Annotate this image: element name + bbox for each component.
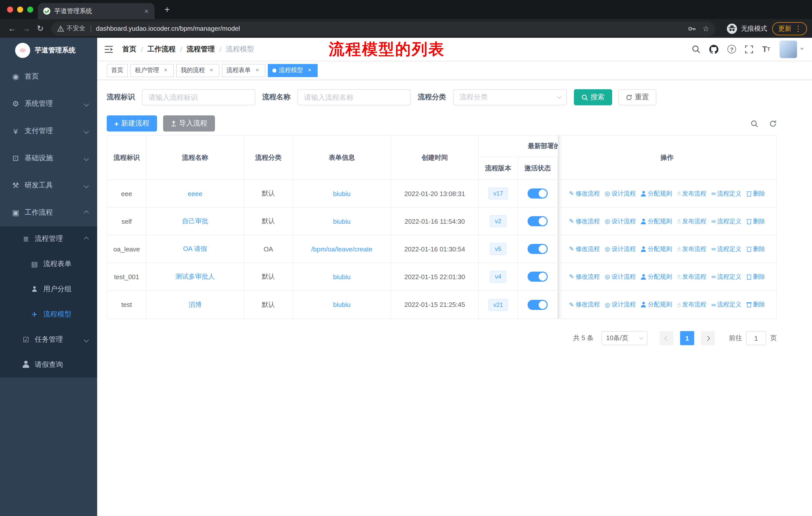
edit-process-link[interactable]: ✎修改流程 [569,245,600,253]
help-icon[interactable]: ? [727,45,736,53]
bookmark-star-icon[interactable]: ☆ [702,24,709,33]
close-icon[interactable]: × [306,67,313,74]
publish-process-link[interactable]: ☝发布流程 [677,189,706,198]
forward-icon[interactable]: → [19,21,33,35]
sidebar-item-user-group[interactable]: 用户分组 [0,277,97,302]
assign-rule-link[interactable]: 分配规则 [641,189,672,198]
address-bar[interactable]: 不安全 dashboard.yudao.iocoder.cn/bpm/manag… [51,21,715,35]
menu-dots-icon[interactable]: ⋮ [792,24,804,33]
search-icon[interactable] [692,45,700,53]
process-name-input[interactable] [297,89,411,105]
process-name-link[interactable]: 测试多审批人 [175,272,215,281]
breadcrumb-workflow[interactable]: 工作流程 [147,45,176,54]
design-process-link[interactable]: ◎设计流程 [605,272,636,281]
form-link[interactable]: biubiu [333,301,350,308]
form-link[interactable]: biubiu [333,273,350,280]
edit-process-link[interactable]: ✎修改流程 [569,300,600,309]
process-definition-link[interactable]: ∞流程定义 [711,217,741,225]
process-name-link[interactable]: 自己审批 [182,217,208,226]
next-page-button[interactable] [701,331,715,345]
delete-link[interactable]: 删除 [746,300,765,309]
active-toggle[interactable] [528,272,548,282]
process-name-link[interactable]: 滔博 [188,300,202,309]
create-process-button[interactable]: + 新建流程 [107,115,157,132]
edit-process-link[interactable]: ✎修改流程 [569,217,600,225]
sidebar-item-task-mgmt[interactable]: ☑ 任务管理 [0,327,97,352]
publish-process-link[interactable]: ☝发布流程 [677,300,706,309]
refresh-icon[interactable] [769,120,777,127]
assign-rule-link[interactable]: 分配规则 [641,217,672,225]
process-name-link[interactable]: eeee [188,190,202,197]
tag-tenant-mgmt[interactable]: 租户管理 × [130,64,174,77]
goto-page-input[interactable] [746,331,766,345]
process-definition-link[interactable]: ∞流程定义 [711,189,741,198]
assign-rule-link[interactable]: 分配规则 [641,300,672,309]
sidebar-item-process-form[interactable]: ▤ 流程表单 [0,251,97,277]
back-icon[interactable]: ← [5,21,19,35]
design-process-link[interactable]: ◎设计流程 [605,189,636,198]
publish-process-link[interactable]: ☝发布流程 [677,272,706,281]
process-name-link[interactable]: OA 请假 [183,244,207,253]
reload-icon[interactable]: ↻ [33,21,47,35]
window-zoom-button[interactable] [27,6,33,12]
font-size-icon[interactable]: TT [762,45,770,53]
window-close-button[interactable] [7,6,13,12]
sidebar-item-home[interactable]: ◉ 首页 [0,63,97,90]
delete-link[interactable]: 删除 [746,272,765,281]
browser-update-button[interactable]: 更新 ⋮ [772,22,807,35]
close-icon[interactable]: × [254,67,261,74]
delete-link[interactable]: 删除 [746,189,765,198]
active-toggle[interactable] [528,216,548,226]
sidebar-item-process-model[interactable]: ✈ 流程模型 [0,302,97,327]
process-definition-link[interactable]: ∞流程定义 [711,245,741,253]
delete-link[interactable]: 删除 [746,217,765,225]
design-process-link[interactable]: ◎设计流程 [605,245,636,253]
tag-process-model[interactable]: 流程模型 × [268,64,318,77]
reset-button[interactable]: 重置 [618,89,657,105]
sidebar-item-infra[interactable]: ⊡ 基础设施 [0,145,97,172]
sidebar-item-devtools[interactable]: ⚒ 研发工具 [0,172,97,199]
close-icon[interactable]: × [208,67,215,74]
active-toggle[interactable] [528,188,548,198]
window-minimize-button[interactable] [17,6,23,12]
sidebar-item-leave-query[interactable]: 请假查询 [0,352,97,377]
form-link[interactable]: /bpm/oa/leave/create [311,245,373,253]
close-icon[interactable]: × [162,67,169,74]
tab-close-icon[interactable]: × [142,7,150,15]
tag-process-form[interactable]: 流程表单 × [222,64,265,77]
edit-process-link[interactable]: ✎修改流程 [569,272,600,281]
github-icon[interactable] [709,45,718,54]
publish-process-link[interactable]: ☝发布流程 [677,217,706,225]
breadcrumb-home[interactable]: 首页 [122,45,137,54]
assign-rule-link[interactable]: 分配规则 [641,272,672,281]
process-definition-link[interactable]: ∞流程定义 [711,300,741,309]
sidebar-item-workflow[interactable]: ▣ 工作流程 [0,199,97,226]
sidebar-collapse-icon[interactable] [103,44,114,55]
search-button[interactable]: 搜索 [574,89,612,105]
sidebar-item-system[interactable]: ⚙ 系统管理 [0,90,97,117]
sidebar-item-payment[interactable]: ¥ 支付管理 [0,117,97,145]
process-definition-link[interactable]: ∞流程定义 [711,272,741,281]
design-process-link[interactable]: ◎设计流程 [605,217,636,225]
breadcrumb-process-mgmt[interactable]: 流程管理 [187,45,215,54]
edit-process-link[interactable]: ✎修改流程 [569,189,600,198]
active-toggle[interactable] [528,300,548,310]
tag-home[interactable]: 首页 [107,64,128,77]
sidebar-logo[interactable]: 芋道管理系统 [0,38,97,63]
security-chip[interactable]: 不安全 [57,24,85,33]
category-select[interactable]: 流程分类 [453,89,567,105]
delete-link[interactable]: 删除 [746,245,765,253]
process-key-input[interactable] [142,89,255,105]
page-size-select[interactable]: 10条/页 [602,331,647,345]
page-number-current[interactable]: 1 [680,331,694,345]
key-icon[interactable] [688,24,695,32]
hide-search-icon[interactable] [751,120,758,127]
sidebar-item-process-mgmt[interactable]: ≣ 流程管理 [0,226,97,251]
fullscreen-icon[interactable] [745,45,753,53]
active-toggle[interactable] [528,244,548,254]
avatar[interactable] [779,40,798,58]
form-link[interactable]: biubiu [333,190,350,197]
design-process-link[interactable]: ◎设计流程 [605,300,636,309]
new-tab-button[interactable]: + [161,3,173,16]
publish-process-link[interactable]: ☝发布流程 [677,245,706,253]
